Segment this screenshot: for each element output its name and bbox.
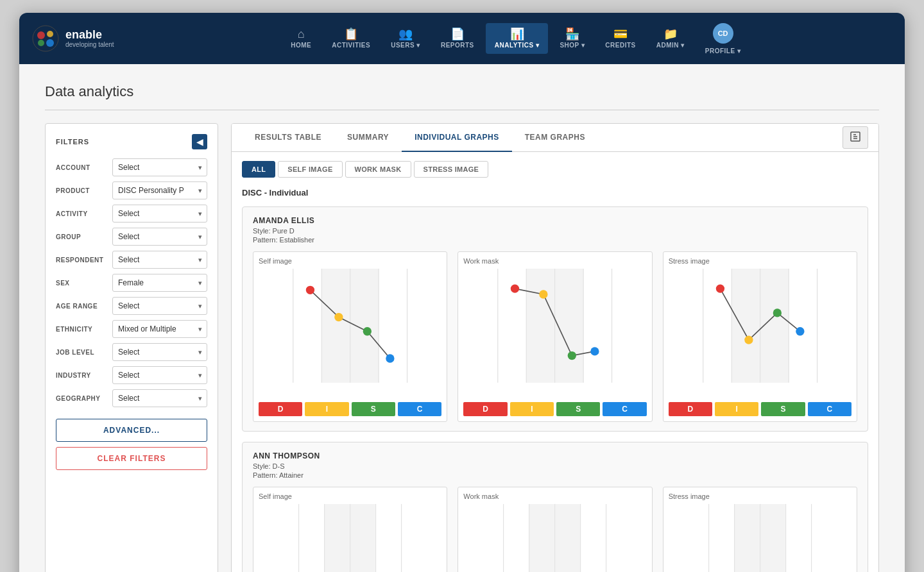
tab-team-graphs[interactable]: TEAM GRAPHS [512, 124, 598, 152]
svg-point-0 [33, 26, 58, 51]
nav-profile-label: PROFILE ▾ [705, 47, 741, 55]
chart-label-self: Self image [259, 257, 441, 265]
nav-admin[interactable]: 📁 ADMIN ▾ [647, 23, 694, 54]
filter-ethnicity-select[interactable]: Mixed or Multiple [112, 320, 207, 338]
main-panel: RESULTS TABLE SUMMARY INDIVIDUAL GRAPHS … [231, 123, 879, 572]
nav-reports[interactable]: 📄 REPORTS [432, 23, 483, 54]
nav-credits[interactable]: 💳 CREDITS [596, 23, 644, 54]
nav-shop-label: SHOP ▾ [560, 42, 585, 49]
filter-respondent-label: RESPONDENT [56, 257, 107, 264]
users-icon: 👥 [398, 28, 413, 40]
svg-point-35 [715, 284, 724, 292]
content-area: FILTERS ◀ ACCOUNT Select PRODUCT [45, 123, 879, 572]
chart-work-mask-amanda: Work mask [458, 251, 652, 422]
person-style-ann: Style: D-S [253, 462, 857, 470]
person-name-amanda: AMANDA ELLIS [253, 216, 857, 225]
sub-tab-all[interactable]: ALL [242, 161, 275, 178]
person-name-ann: ANN THOMPSON [253, 451, 857, 460]
tabs-row: RESULTS TABLE SUMMARY INDIVIDUAL GRAPHS … [232, 124, 878, 152]
filter-sex-label: SEX [56, 280, 107, 287]
clear-filters-button[interactable]: CLEAR FILTERS [56, 447, 207, 470]
disc-i-work: I [510, 402, 554, 416]
filters-header: FILTERS ◀ [56, 134, 207, 149]
filter-activity-label: ACTIVITY [56, 210, 107, 217]
chart-area-work-ann [463, 504, 646, 572]
svg-point-18 [386, 354, 394, 362]
filter-age-range-wrapper: Select [112, 297, 207, 315]
filter-group: GROUP Select [56, 228, 207, 246]
filter-job-level-label: JOB LEVEL [56, 349, 107, 356]
filter-sex-select[interactable]: Female Male [112, 274, 207, 292]
nav-analytics[interactable]: 📊 ANALYTICS ▾ [486, 23, 549, 54]
chart-label-stress: Stress image [669, 257, 851, 265]
filter-geography-select[interactable]: Select [112, 389, 207, 407]
nav-users[interactable]: 👥 USERS ▾ [382, 23, 429, 54]
chart-area-stress-ann [669, 504, 851, 572]
tab-individual-graphs[interactable]: INDIVIDUAL GRAPHS [402, 124, 512, 152]
admin-icon: 📁 [663, 28, 678, 40]
tab-summary[interactable]: SUMMARY [334, 124, 402, 152]
export-icon [850, 131, 861, 142]
filter-activity-select[interactable]: Select [112, 205, 207, 223]
sub-tab-self-image[interactable]: SELF IMAGE [278, 161, 342, 178]
charts-row-amanda: Self image [253, 251, 857, 422]
chart-area-stress [669, 269, 851, 397]
svg-point-15 [306, 286, 314, 294]
advanced-button[interactable]: ADVANCED... [56, 419, 207, 442]
sub-tab-work-mask[interactable]: WORK MASK [345, 161, 411, 178]
chart-label-stress-ann: Stress image [669, 492, 851, 500]
filter-ethnicity-wrapper: Mixed or Multiple [112, 320, 207, 338]
filter-geography-label: GEOGRAPHY [56, 395, 107, 402]
filter-product-label: PRODUCT [56, 187, 107, 194]
nav-reports-label: REPORTS [441, 42, 474, 49]
nav-activities[interactable]: 📋 ACTIVITIES [323, 23, 379, 54]
profile-badge: CD [713, 23, 733, 44]
nav-admin-label: ADMIN ▾ [656, 42, 685, 49]
filter-age-range-select[interactable]: Select [112, 297, 207, 315]
nav-users-label: USERS ▾ [391, 42, 420, 49]
logo: enable developing talent [32, 25, 114, 52]
filter-respondent-select[interactable]: Select [112, 251, 207, 269]
chart-area-work [463, 269, 646, 397]
disc-i-self: I [305, 402, 348, 416]
chart-stress-image-ann: Stress image [663, 487, 857, 572]
chart-svg-self [259, 269, 441, 397]
sub-tab-stress-image[interactable]: STRESS IMAGE [414, 161, 489, 178]
filter-product-select[interactable]: DISC Personality P [112, 181, 207, 199]
filter-group-select[interactable]: Select [112, 228, 207, 246]
nav-home[interactable]: ⌂ HOME [282, 23, 320, 54]
filter-job-level-select[interactable]: Select [112, 343, 207, 361]
chart-svg-stress [669, 269, 851, 397]
chart-area-self [259, 269, 441, 397]
export-button[interactable] [843, 126, 868, 149]
filter-industry-select[interactable]: Select [112, 366, 207, 384]
filter-respondent: RESPONDENT Select [56, 251, 207, 269]
nav-items: ⌂ HOME 📋 ACTIVITIES 👥 USERS ▾ 📄 REPORTS … [140, 18, 892, 60]
disc-d-self: D [259, 402, 302, 416]
svg-point-27 [568, 351, 576, 360]
disc-c-work: C [603, 402, 646, 416]
filter-industry: INDUSTRY Select [56, 366, 207, 384]
disc-legend-self: D I S C [259, 402, 441, 416]
app-window: enable developing talent ⌂ HOME 📋 ACTIVI… [19, 13, 905, 572]
nav-profile[interactable]: CD PROFILE ▾ [696, 18, 750, 60]
filter-geography-wrapper: Select [112, 389, 207, 407]
svg-point-4 [46, 39, 54, 47]
filter-activity: ACTIVITY Select [56, 205, 207, 223]
nav-shop[interactable]: 🏪 SHOP ▾ [551, 23, 594, 54]
disc-legend-stress: D I S C [669, 402, 851, 416]
chart-svg-work-ann [463, 504, 646, 572]
svg-rect-24 [527, 269, 584, 383]
filters-panel: FILTERS ◀ ACCOUNT Select PRODUCT [45, 123, 218, 572]
filter-group-label: GROUP [56, 233, 107, 240]
filter-industry-wrapper: Select [112, 366, 207, 384]
disc-i-stress: I [715, 402, 758, 416]
tab-results-table[interactable]: RESULTS TABLE [242, 124, 334, 152]
filter-ethnicity-label: ETHNICITY [56, 326, 107, 333]
nav-analytics-label: ANALYTICS ▾ [495, 42, 540, 49]
disc-c-stress: C [808, 402, 851, 416]
chart-label-work-ann: Work mask [463, 492, 646, 500]
collapse-button[interactable]: ◀ [192, 134, 207, 149]
filter-job-level-wrapper: Select [112, 343, 207, 361]
filter-account-select[interactable]: Select [112, 158, 207, 176]
